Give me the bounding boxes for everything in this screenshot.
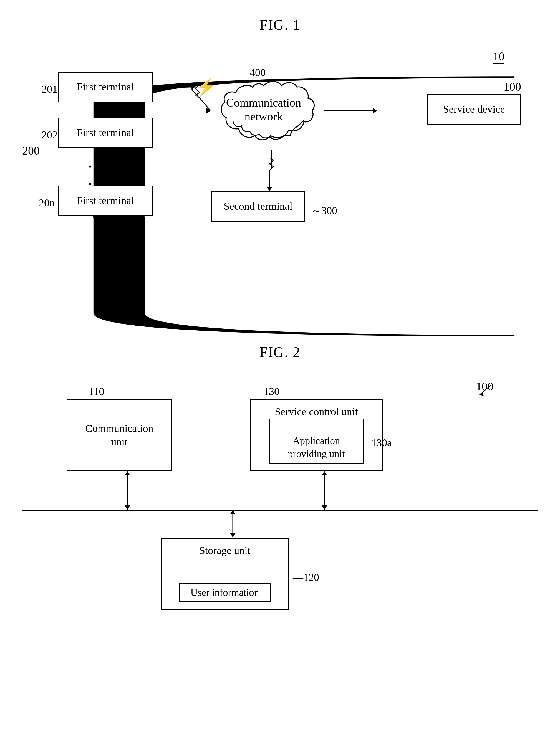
comm-unit-box: Communication unit — [67, 399, 172, 471]
storage-unit-box: Storage unit User information — [161, 538, 288, 610]
svg-text:Communication: Communication — [226, 96, 301, 109]
comm-network-cloud: Communication network — [211, 77, 316, 150]
label-120: —120 — [293, 571, 319, 583]
service-ctrl-box: Service control unit Application providi… — [250, 399, 383, 471]
svg-marker-18 — [125, 471, 130, 475]
terminal-202-box: First terminal — [58, 118, 153, 148]
label-400: 400 — [250, 66, 265, 78]
svg-text:network: network — [245, 110, 283, 123]
fig2-container: FIG. 2 100 110 Communication unit 130 — [22, 344, 538, 649]
terminal-20n-box: First terminal — [58, 186, 153, 216]
fig1-inner: 10 200 201— First terminal 202— Fir — [22, 50, 538, 313]
cloud-svg: Communication network — [211, 77, 316, 150]
svg-marker-21 — [322, 471, 327, 475]
fig1-title: FIG. 1 — [22, 17, 538, 33]
separator-line — [22, 510, 538, 511]
ref-10: 10 — [493, 50, 505, 63]
label-130: 130 — [264, 385, 279, 397]
svg-marker-19 — [125, 506, 130, 510]
terminal-201-box: First terminal — [58, 72, 153, 102]
svg-marker-22 — [322, 506, 327, 510]
fig2-inner: 100 110 Communication unit 130 Service c… — [22, 377, 538, 632]
fig2-title: FIG. 2 — [22, 344, 538, 360]
fig1-container: FIG. 1 10 200 201— First terminal — [22, 17, 538, 322]
label-200: 200 — [22, 144, 40, 157]
service-device-box: Service device — [427, 94, 521, 125]
app-providing-inner-box: Application providing unit — [269, 418, 363, 464]
user-info-inner-box: User information — [179, 583, 271, 602]
svg-marker-25 — [230, 533, 236, 537]
label-110: 110 — [89, 385, 104, 397]
page: FIG. 1 10 200 201— First terminal — [0, 0, 560, 747]
label-130a: —130a — [361, 437, 392, 449]
second-terminal-box: Second terminal — [211, 191, 305, 222]
label-300: ～300 — [311, 204, 337, 218]
label-100-fig1: 100 — [504, 80, 521, 94]
arrow-100-svg — [468, 377, 502, 399]
